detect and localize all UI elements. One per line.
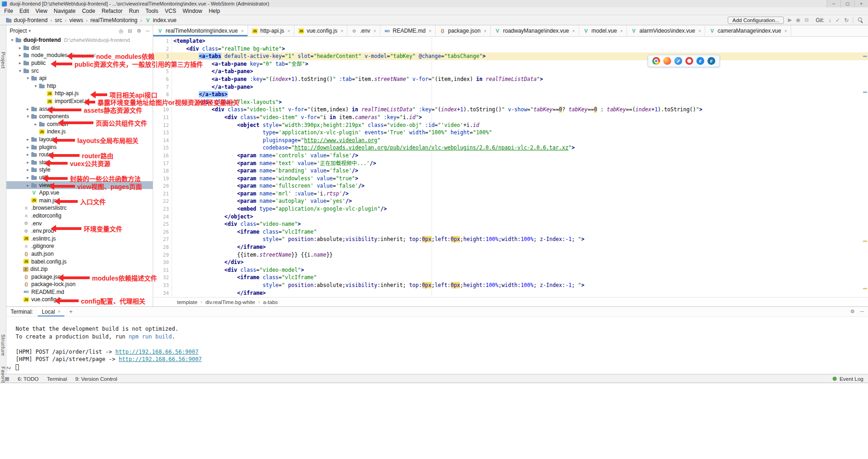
tree-item[interactable]: JSbabel.config.js [6, 258, 153, 265]
menu-item-code[interactable]: Code [79, 7, 98, 15]
terminal-tab-local[interactable]: Local × [38, 307, 65, 316]
menu-item-navigate[interactable]: Navigate [51, 7, 79, 15]
editor-tab[interactable]: {}package.json× [436, 25, 491, 36]
code-line[interactable]: 9 <div class="flex-layouts"> [153, 98, 868, 106]
breadcrumb-item[interactable]: Vindex.vue [144, 17, 177, 23]
tree-item[interactable]: JSimportExcel.js [6, 98, 153, 105]
tree-item[interactable]: Zdist.zip [6, 265, 153, 273]
chevron-right-icon[interactable]: ▸ [33, 122, 39, 126]
ie-icon[interactable]: e [696, 57, 704, 65]
menu-item-window[interactable]: Window [179, 7, 206, 15]
chevron-down-icon[interactable]: ▾ [25, 76, 31, 80]
tree-item[interactable]: ▾http [6, 82, 153, 90]
tree-item[interactable]: JShttp-api.js [6, 90, 153, 98]
code-line[interactable]: 31 <div class="video-model"> [153, 266, 868, 274]
git-revert-icon[interactable]: ↻ [844, 17, 849, 23]
code-line[interactable]: 1<template> [153, 37, 868, 45]
tree-item[interactable]: ▸node_moduleslibrary root [6, 52, 153, 59]
tree-item[interactable]: JSmain.js [6, 196, 153, 204]
event-log-button[interactable]: Event Log [839, 376, 863, 382]
project-panel-title[interactable]: Project [10, 28, 27, 34]
code-line[interactable]: 26 <iframe class="vlcIframe" [153, 228, 868, 236]
tree-item[interactable]: ⚙.env [6, 219, 153, 227]
breadcrumb-item[interactable]: views [69, 17, 84, 23]
code-line[interactable]: 4 <a-tab-pane key="0" tab="全部"> [153, 60, 868, 68]
menu-item-tools[interactable]: Tools [142, 7, 161, 15]
code-line[interactable]: 8 </a-tabs> [153, 91, 868, 98]
chevron-right-icon[interactable]: ▸ [25, 183, 31, 188]
tree-item[interactable]: JS.eslintrc.js [6, 235, 153, 242]
code-line[interactable]: 25 <div class="video-name"> [153, 220, 868, 228]
close-icon[interactable]: × [572, 29, 575, 34]
run-icon[interactable]: ▶ [788, 17, 792, 23]
tree-item[interactable]: ▸style [6, 166, 153, 174]
breadcrumb-item[interactable]: src [54, 17, 63, 23]
code-line[interactable]: 11 <div class="video-item" v-for="i in i… [153, 114, 868, 121]
menu-item-view[interactable]: View [32, 7, 51, 15]
chevron-right-icon[interactable]: ▸ [25, 175, 31, 180]
statusbar-item[interactable]: Terminal [47, 376, 67, 382]
close-icon[interactable]: × [57, 309, 60, 314]
tree-item[interactable]: ⚙.env.prod [6, 227, 153, 235]
chevron-down-icon[interactable]: ▾ [25, 114, 31, 119]
tree-item[interactable]: ▸dist [6, 44, 153, 52]
chevron-right-icon[interactable]: ▸ [25, 107, 31, 111]
add-configuration-button[interactable]: Add Configuration... [728, 17, 784, 24]
tree-item[interactable]: ▸layouts [6, 136, 153, 143]
chevron-down-icon[interactable]: ▾ [17, 69, 23, 73]
tool-stripe-favorites[interactable]: 2: Favorites [0, 367, 11, 383]
editor-tab[interactable]: JSvue.config.js× [294, 25, 348, 36]
editor-tab[interactable]: VrealTimeMonitoring\index.vue× [153, 25, 248, 36]
tree-item[interactable]: ▸router [6, 151, 153, 159]
editor-tab[interactable]: JShttp-api.js× [248, 25, 294, 36]
chevron-down-icon[interactable]: ▾ [9, 38, 15, 42]
menu-item-edit[interactable]: Edit [16, 7, 32, 15]
settings-icon[interactable]: ⚙ [137, 28, 141, 34]
terminal-cursor[interactable] [16, 364, 19, 370]
tree-item[interactable]: VApp.vue [6, 189, 153, 197]
editor-tab[interactable]: VcameraManage\index.vue× [705, 25, 791, 36]
tree-item[interactable]: ▸views [6, 181, 153, 189]
editor-body[interactable]: 1<template>2 <div class="realTime bg-whi… [153, 37, 868, 297]
code-line[interactable]: 17 <param name='text' value='正在加载视频中...'… [153, 160, 868, 167]
code-line[interactable]: 6 <a-tab-pane :key="(index+1).toString()… [153, 75, 868, 83]
code-line[interactable]: 2 <div class="realTime bg-white"> [153, 45, 868, 53]
breadcrumb-item[interactable]: duoji-frontend [5, 17, 48, 23]
scroll-mark[interactable] [863, 56, 867, 57]
code-line[interactable]: 12 <object style="width:390px;height:219… [153, 121, 868, 129]
editor-breadcrumb-item[interactable]: template [177, 299, 197, 305]
tree-item[interactable]: ▸public [6, 59, 153, 67]
chevron-down-icon[interactable]: ▾ [33, 84, 39, 88]
code-line[interactable]: 28 </iframe> [153, 243, 868, 251]
menu-item-refactor[interactable]: Refactor [98, 7, 126, 15]
code-line[interactable]: 23 <embed type="application/x-google-vlc… [153, 205, 868, 213]
terminal-settings-icon[interactable]: ⚙ [850, 309, 855, 315]
close-icon[interactable]: × [287, 29, 290, 34]
statusbar-item[interactable]: 9: Version Control [75, 376, 117, 382]
code-line[interactable]: 27 style=" position:absolute;visibility:… [153, 235, 868, 243]
collapse-all-icon[interactable]: ⊟ [128, 28, 132, 34]
close-icon[interactable]: × [484, 29, 487, 34]
code-line[interactable]: 16 <param name='controls' value='false'/… [153, 152, 868, 160]
close-icon[interactable]: × [241, 29, 244, 34]
code-line[interactable]: 13 type='application/x-vlc-plugin' event… [153, 129, 868, 137]
tree-item[interactable]: ▾api [6, 75, 153, 82]
tree-item[interactable]: ▸plugins [6, 143, 153, 151]
git-commit-icon[interactable]: ✓ [835, 17, 840, 23]
terminal-link[interactable]: http://192.168.66.56:9007 [119, 356, 202, 362]
tree-item[interactable]: ▾components [6, 113, 153, 120]
code-line[interactable]: 10 <div class="video-list" v-for="(item,… [153, 106, 868, 114]
tree-item[interactable]: JSvue.config.js [6, 296, 153, 304]
editor-breadcrumb-item[interactable]: div.realTime.bg-white [205, 299, 255, 305]
close-icon[interactable]: × [429, 29, 431, 34]
search-everywhere-icon[interactable] [857, 17, 863, 23]
chevron-right-icon[interactable]: ▸ [25, 152, 31, 157]
opera-icon[interactable] [685, 57, 693, 65]
tree-item[interactable]: ▸assets [6, 105, 153, 113]
code-line[interactable]: 22 <param name='autoplay' value='yes'/> [153, 197, 868, 205]
scroll-mark[interactable] [863, 241, 867, 242]
new-terminal-button[interactable]: + [69, 308, 73, 315]
tree-item[interactable]: ≡.gitignore [6, 242, 153, 250]
tree-item[interactable]: {}auth.json [6, 250, 153, 258]
tree-item[interactable]: ▸store [6, 159, 153, 166]
